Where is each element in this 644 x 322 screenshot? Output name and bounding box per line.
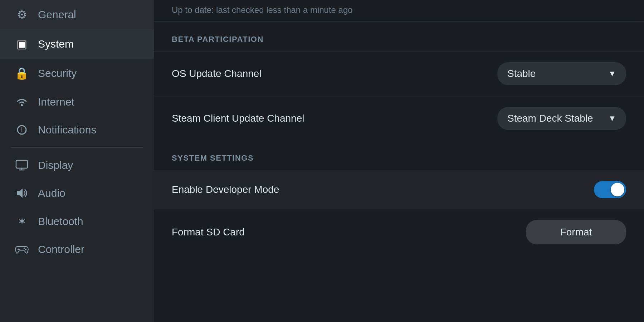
svg-marker-6 (17, 189, 23, 198)
developer-mode-label: Enable Developer Mode (172, 184, 279, 195)
sidebar-item-bluetooth[interactable]: ✶ Bluetooth (0, 207, 154, 235)
developer-mode-row: Enable Developer Mode (154, 170, 644, 209)
developer-mode-toggle[interactable] (594, 181, 626, 198)
bluetooth-icon: ✶ (14, 215, 29, 228)
system-icon: ▣ (14, 37, 29, 51)
lock-icon: 🔒 (14, 67, 29, 80)
wifi-icon (14, 97, 29, 107)
sidebar-divider (11, 147, 143, 148)
os-update-channel-value: Stable (507, 68, 536, 79)
audio-icon (14, 187, 29, 199)
sidebar-item-system[interactable]: ▣ System (0, 29, 154, 59)
format-sd-card-row: Format SD Card Format (154, 209, 644, 255)
sidebar-item-notifications[interactable]: ! Notifications (0, 116, 154, 144)
sidebar-item-controller[interactable]: Controller (0, 235, 154, 263)
status-text: Up to date: last checked less than a min… (172, 5, 353, 15)
sidebar-item-internet[interactable]: Internet (0, 88, 154, 116)
controller-icon (14, 244, 29, 254)
beta-section-header: BETA PARTICIPATION (154, 22, 644, 51)
system-settings-header: SYSTEM SETTINGS (154, 141, 644, 170)
chevron-down-icon: ▼ (608, 114, 616, 123)
main-content: Up to date: last checked less than a min… (154, 0, 644, 322)
steam-client-update-dropdown[interactable]: Steam Deck Stable ▼ (497, 107, 626, 130)
gear-icon: ⚙ (14, 8, 29, 21)
svg-rect-3 (16, 160, 28, 168)
steam-client-update-row: Steam Client Update Channel Steam Deck S… (154, 96, 644, 141)
sidebar-item-label: Display (38, 159, 73, 171)
os-update-channel-label: OS Update Channel (172, 68, 262, 79)
sidebar-item-label: Security (38, 67, 77, 79)
sidebar-item-security[interactable]: 🔒 Security (0, 59, 154, 88)
svg-point-10 (25, 249, 26, 250)
sidebar-item-display[interactable]: Display (0, 151, 154, 179)
sidebar-item-label: Controller (38, 243, 84, 255)
svg-text:!: ! (21, 126, 23, 133)
svg-point-0 (21, 104, 23, 106)
sidebar-item-label: System (38, 38, 74, 50)
sidebar: ⚙ General ▣ System 🔒 Security Internet !… (0, 0, 154, 322)
format-button[interactable]: Format (526, 220, 626, 244)
svg-point-9 (24, 248, 25, 249)
steam-client-update-label: Steam Client Update Channel (172, 113, 304, 124)
sidebar-item-label: General (38, 9, 76, 21)
toggle-track (594, 181, 626, 198)
sidebar-item-label: Bluetooth (38, 215, 83, 228)
sidebar-item-label: Audio (38, 187, 65, 199)
monitor-icon (14, 160, 29, 171)
os-update-channel-row: OS Update Channel Stable ▼ (154, 51, 644, 96)
steam-client-update-value: Steam Deck Stable (507, 113, 593, 124)
top-status: Up to date: last checked less than a min… (154, 0, 644, 22)
sidebar-item-general[interactable]: ⚙ General (0, 0, 154, 29)
toggle-thumb (611, 183, 624, 196)
sidebar-item-label: Internet (38, 96, 74, 108)
sidebar-item-label: Notifications (38, 124, 96, 136)
chevron-down-icon: ▼ (608, 69, 616, 78)
os-update-channel-dropdown[interactable]: Stable ▼ (497, 62, 626, 85)
bell-icon: ! (14, 124, 29, 136)
sidebar-item-audio[interactable]: Audio (0, 179, 154, 207)
format-sd-card-label: Format SD Card (172, 226, 245, 238)
